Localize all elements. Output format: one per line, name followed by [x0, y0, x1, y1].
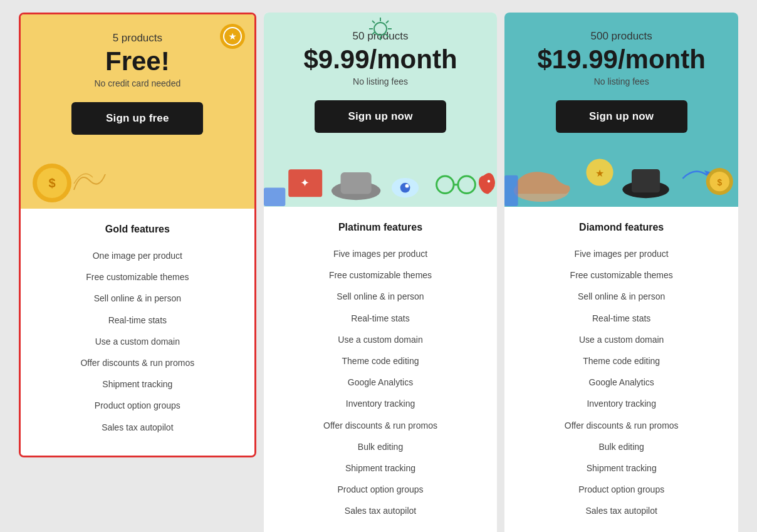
svg-rect-31: [632, 169, 660, 192]
feature-item: Shipment tracking: [31, 373, 244, 395]
plan-card-gold: 5 products Free! No credit card needed S…: [19, 13, 256, 457]
feature-item: Sell online & in person: [31, 288, 244, 309]
feature-item: Five images per product: [514, 243, 728, 264]
plan-price-sub: No listing fees: [594, 76, 649, 86]
feature-item: Use a custom domain: [274, 329, 488, 350]
plan-header-diamond: 500 products $19.99/month No listing fee…: [504, 13, 738, 207]
feature-item: Inventory tracking: [514, 393, 728, 414]
feature-item: Google Analytics: [274, 372, 488, 393]
feature-item: Sales tax autopilot: [31, 417, 244, 438]
svg-text:✦: ✦: [300, 177, 310, 189]
svg-rect-36: [504, 175, 518, 206]
feature-item: Use a custom domain: [31, 331, 244, 352]
svg-text:$: $: [718, 178, 723, 187]
feature-item: Theme code editing: [274, 350, 488, 372]
sun-icon: [362, 16, 399, 48]
feature-item: Google Analytics: [514, 372, 728, 393]
svg-line-14: [372, 32, 375, 34]
feature-item: Shipment tracking: [514, 457, 728, 479]
signup-button-platinum[interactable]: Sign up now: [315, 100, 446, 133]
features-title: Gold features: [31, 224, 244, 235]
svg-point-20: [400, 183, 410, 193]
feature-item: Real-time stats: [514, 308, 728, 329]
coin-icon: $: [32, 163, 73, 204]
feature-item: Theme code editing: [514, 350, 728, 372]
svg-line-12: [386, 34, 389, 37]
feature-item: Five images per product: [274, 243, 488, 264]
feature-item: Bulk editing: [514, 436, 728, 457]
plan-features-gold: Gold features One image per product Free…: [21, 209, 254, 456]
plan-price-sub: No listing fees: [353, 76, 408, 86]
feature-item: Free customizable themes: [274, 264, 488, 286]
svg-text:●: ●: [487, 177, 491, 184]
feature-item: Sales tax autopilot: [274, 500, 488, 521]
feature-item: Shipment tracking: [274, 457, 488, 479]
plan-card-diamond: 500 products $19.99/month No listing fee…: [504, 13, 738, 532]
feature-item: Sales tax autopilot: [514, 500, 728, 521]
feature-item: Real-time stats: [274, 308, 488, 329]
svg-point-21: [405, 184, 409, 188]
plan-card-platinum: 50 products $9.99/month No listing fees …: [264, 13, 498, 532]
signup-button-diamond[interactable]: Sign up now: [556, 100, 687, 133]
badge-icon: ★: [219, 23, 246, 50]
plan-price: Free!: [105, 47, 170, 76]
feature-item: Product option groups: [274, 479, 488, 500]
svg-point-6: [374, 23, 387, 35]
product-count: 500 products: [591, 30, 652, 43]
pricing-wrapper: 5 products Free! No credit card needed S…: [15, 13, 742, 532]
features-title: Diamond features: [514, 222, 728, 233]
feature-item: Offer discounts & run promos: [31, 352, 244, 373]
feature-item: One image per product: [31, 245, 244, 266]
feature-item: Inventory tracking: [274, 393, 488, 414]
plan-price: $19.99/month: [537, 45, 705, 74]
feature-item: Sell online & in person: [274, 286, 488, 307]
plan-price-sub: No credit card needed: [94, 78, 180, 88]
plan-features-diamond: Diamond features Five images per product…: [504, 207, 738, 532]
product-count: 5 products: [113, 32, 162, 44]
feature-item: Offer discounts & run promos: [514, 415, 728, 436]
svg-text:★: ★: [595, 168, 604, 179]
plan-features-platinum: Platinum features Five images per produc…: [264, 207, 498, 532]
plan-header-platinum: 50 products $9.99/month No listing fees …: [264, 13, 498, 207]
svg-line-11: [372, 21, 375, 23]
feature-item: Bulk editing: [274, 436, 488, 457]
feature-item: Sell online & in person: [514, 286, 728, 307]
plan-price: $9.99/month: [303, 45, 457, 74]
products-diamond-icon: ★ $: [504, 135, 738, 207]
feature-item: Real-time stats: [31, 310, 244, 331]
feature-item: Product option groups: [31, 395, 244, 416]
svg-line-13: [386, 21, 389, 23]
svg-point-23: [458, 176, 475, 193]
products-icon: ✦ ●: [264, 144, 498, 207]
feature-item: Use a custom domain: [514, 329, 728, 350]
svg-rect-26: [264, 188, 285, 206]
signup-button-gold[interactable]: Sign up free: [71, 102, 203, 135]
features-title: Platinum features: [274, 222, 488, 233]
svg-text:$: $: [48, 176, 55, 190]
feature-item: Offer discounts & run promos: [274, 415, 488, 436]
plan-header-gold: 5 products Free! No credit card needed S…: [21, 14, 254, 209]
svg-rect-18: [340, 172, 371, 194]
swirl-icon: [71, 165, 108, 196]
feature-item: Product option groups: [514, 479, 728, 500]
feature-item: Free customizable themes: [31, 266, 244, 288]
svg-point-22: [436, 176, 453, 193]
feature-item: Free customizable themes: [514, 264, 728, 286]
svg-text:★: ★: [229, 32, 236, 41]
